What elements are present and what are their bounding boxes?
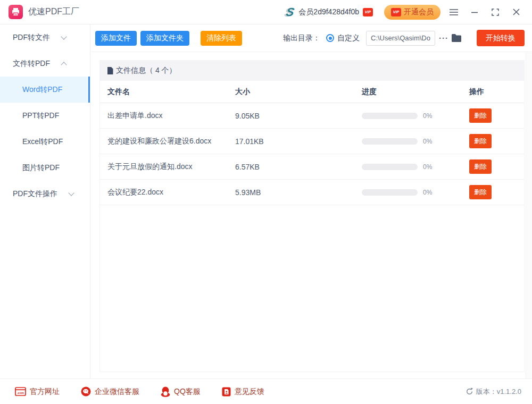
add-file-button[interactable]: 添加文件	[95, 31, 137, 46]
chevron-down-icon	[61, 33, 66, 39]
sidebar-item-label: Excel转PDF	[22, 137, 63, 147]
clear-list-button[interactable]: 清除列表	[201, 31, 242, 46]
file-size: 17.01KB	[235, 137, 362, 146]
progress-bar	[362, 138, 418, 145]
version-label: 版本：v1.1.2.0	[476, 387, 521, 397]
table-header: 文件名 大小 进度 操作	[100, 81, 524, 103]
custom-dir-option-label: 自定义	[337, 33, 360, 43]
progress-cell: 0%	[362, 189, 469, 196]
sidebar-item-excel-to-pdf[interactable]: Excel转PDF	[0, 129, 90, 155]
scrollbar-track[interactable]	[526, 53, 532, 378]
file-size: 5.93MB	[235, 188, 362, 197]
open-vip-button[interactable]: VIP 开通会员	[384, 5, 440, 20]
wechat-icon	[81, 386, 91, 397]
menu-button[interactable]	[446, 5, 461, 20]
file-size: 6.57KB	[235, 163, 362, 171]
svg-text:.com: .com	[17, 391, 24, 394]
browse-more-button[interactable]: ···	[439, 33, 448, 43]
progress-percent: 0%	[423, 163, 432, 171]
custom-dir-radio[interactable]	[326, 34, 334, 42]
output-path-input[interactable]	[366, 31, 435, 46]
sidebar-group-label: PDF文件操作	[13, 189, 57, 199]
sidebar-group-label: 文件转PDF	[13, 59, 50, 69]
sidebar-group-file-to-pdf[interactable]: 文件转PDF	[0, 50, 90, 77]
progress-percent: 0%	[423, 112, 432, 120]
chevron-down-icon	[68, 190, 74, 196]
sidebar-group-label: PDF转文件	[13, 33, 50, 43]
table-row: 关于元旦放假的通知.docx 6.57KB 0% 删除	[100, 154, 524, 180]
official-website-link[interactable]: .com 官方网址	[15, 387, 60, 397]
sidebar-item-label: PPT转PDF	[22, 111, 59, 121]
file-name: 出差申请单.docx	[107, 111, 235, 121]
progress-cell: 0%	[362, 112, 469, 120]
progress-cell: 0%	[362, 138, 469, 145]
table-row: 党的建设和廉政公署建设6.docx 17.01KB 0% 删除	[100, 129, 524, 154]
sidebar-group-pdf-to-file[interactable]: PDF转文件	[0, 24, 90, 50]
footer-link-label: 官方网址	[30, 387, 60, 397]
titlebar: PDF 优速PDF工厂 S 会员2d9f428d4f0b VIP VIP 开通会…	[0, 0, 532, 24]
file-info-title: 文件信息（ 4 个）	[116, 66, 177, 75]
qq-support-link[interactable]: QQ客服	[161, 386, 201, 397]
progress-cell: 0%	[362, 163, 469, 171]
start-convert-button[interactable]: 开始转换	[477, 30, 525, 46]
sidebar-item-label: Word转PDF	[22, 85, 62, 95]
footer-link-label: 意见反馈	[235, 387, 264, 397]
member-avatar-icon: S	[285, 5, 295, 19]
qq-icon	[161, 386, 170, 397]
footer-link-label: 企业微信客服	[95, 387, 139, 397]
table-row: 出差申请单.docx 9.05KB 0% 删除	[100, 103, 524, 129]
file-info-header: 文件信息（ 4 个）	[100, 61, 524, 81]
sidebar-item-label: 图片转PDF	[22, 163, 60, 173]
delete-button[interactable]: 删除	[469, 108, 492, 123]
progress-bar	[362, 113, 418, 119]
delete-button[interactable]: 删除	[469, 185, 492, 199]
delete-button[interactable]: 删除	[469, 159, 492, 174]
footer-link-label: QQ客服	[174, 387, 201, 397]
minimize-button[interactable]	[467, 5, 482, 20]
svg-text:PDF: PDF	[13, 13, 18, 15]
version-info: 版本：v1.1.2.0	[466, 387, 521, 397]
output-dir-label: 输出目录：	[283, 33, 320, 43]
progress-bar	[362, 189, 418, 196]
chevron-up-icon	[61, 62, 66, 68]
sidebar-item-image-to-pdf[interactable]: 图片转PDF	[0, 155, 90, 181]
sidebar-item-word-to-pdf[interactable]: Word转PDF	[0, 77, 90, 103]
footer: .com 官方网址 企业微信客服 QQ客服 意见反馈	[0, 378, 532, 404]
member-id-label: 会员2d9f428d4f0b	[298, 7, 359, 17]
delete-button[interactable]: 删除	[469, 134, 492, 148]
file-size: 9.05KB	[235, 112, 362, 120]
col-action: 操作	[469, 87, 517, 97]
update-refresh-icon	[466, 388, 473, 395]
sidebar-group-pdf-file-ops[interactable]: PDF文件操作	[0, 181, 90, 207]
col-size: 大小	[235, 87, 362, 97]
add-folder-button[interactable]: 添加文件夹	[140, 31, 189, 46]
sidebar: PDF转文件 文件转PDF Word转PDF PPT转PDF Excel转PDF…	[0, 24, 90, 378]
open-folder-button[interactable]	[451, 33, 462, 43]
file-name: 关于元旦放假的通知.docx	[107, 162, 235, 172]
progress-percent: 0%	[423, 189, 432, 196]
col-filename: 文件名	[107, 87, 235, 97]
progress-bar	[362, 164, 418, 170]
close-button[interactable]	[509, 5, 523, 20]
website-icon: .com	[15, 387, 26, 396]
feedback-link[interactable]: 意见反馈	[222, 387, 264, 397]
file-info-panel: 文件信息（ 4 个） 文件名 大小 进度 操作 出差申请单.docx 9.05K…	[99, 60, 525, 372]
sidebar-item-ppt-to-pdf[interactable]: PPT转PDF	[0, 103, 90, 129]
vip-badge-icon: VIP	[391, 8, 401, 16]
file-name: 会议纪要22.docx	[107, 188, 235, 197]
document-icon	[107, 67, 113, 74]
open-vip-label: 开通会员	[404, 7, 434, 17]
wechat-support-link[interactable]: 企业微信客服	[81, 386, 139, 397]
vip-badge-icon: VIP	[363, 8, 373, 16]
folder-icon	[451, 33, 462, 43]
maximize-button[interactable]	[488, 5, 503, 20]
app-title: 优速PDF工厂	[28, 6, 79, 18]
table-row: 会议纪要22.docx 5.93MB 0% 删除	[100, 180, 524, 205]
file-name: 党的建设和廉政公署建设6.docx	[107, 137, 235, 146]
app-logo-icon: PDF	[9, 5, 23, 19]
feedback-icon	[222, 387, 231, 397]
progress-percent: 0%	[423, 138, 432, 145]
col-progress: 进度	[362, 87, 469, 97]
toolbar: 添加文件 添加文件夹 清除列表 输出目录： 自定义 ··· 开始转换	[91, 24, 532, 52]
main-area: 添加文件 添加文件夹 清除列表 输出目录： 自定义 ··· 开始转换 文件信息（…	[91, 24, 532, 378]
